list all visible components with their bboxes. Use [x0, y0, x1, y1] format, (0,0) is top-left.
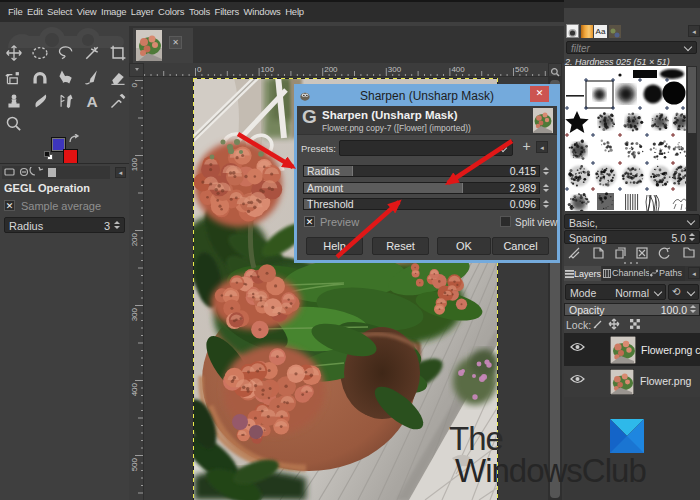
svg-text:400: 400 — [130, 382, 139, 396]
svg-text:200: 200 — [130, 232, 139, 246]
svg-text:300: 300 — [130, 307, 139, 321]
svg-text:500: 500 — [515, 65, 529, 74]
svg-text:0: 0 — [130, 82, 139, 87]
svg-text:100: 100 — [130, 157, 139, 171]
svg-text:200: 200 — [324, 65, 338, 74]
svg-text:A: A — [86, 93, 97, 110]
svg-text:400: 400 — [451, 65, 465, 74]
svg-text:300: 300 — [388, 65, 402, 74]
svg-text:100: 100 — [261, 65, 275, 74]
svg-text:0: 0 — [197, 65, 202, 74]
svg-text:500: 500 — [130, 457, 139, 471]
